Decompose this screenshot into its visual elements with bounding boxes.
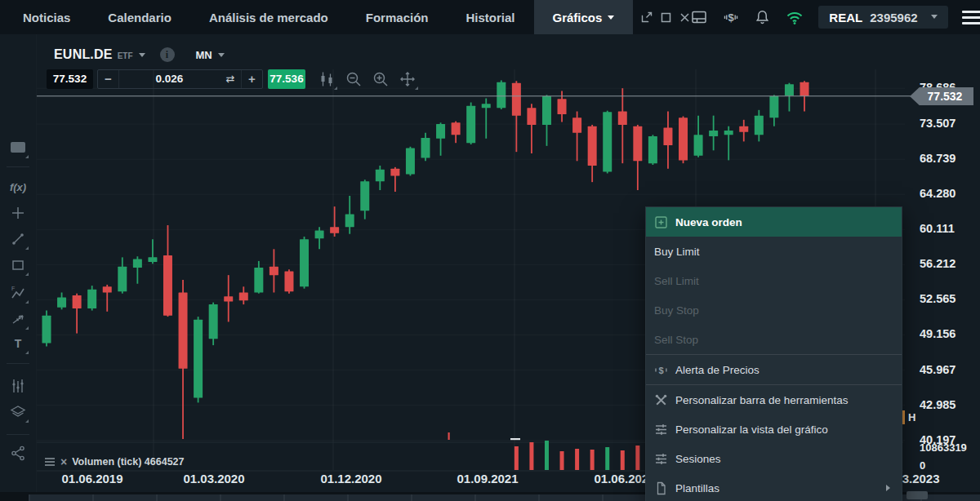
tab-gr-ficos[interactable]: Gráficos <box>534 0 634 34</box>
time-axis-label: 01.03.2020 <box>183 472 244 485</box>
price-axis-label: 68.739 <box>920 152 956 165</box>
popout-icon[interactable] <box>641 11 653 23</box>
drawing-toolbar: f(x) F T <box>0 34 37 501</box>
menu-item-label: Personalizar barra de herramientas <box>675 394 849 406</box>
trading-platform-window: NoticiasCalendarioAnálisis de mercadoFor… <box>0 0 980 501</box>
instrument-info-icon[interactable]: i <box>160 47 175 62</box>
current-price-tag: 77.532 <box>910 87 973 105</box>
connection-wifi-icon[interactable] <box>785 8 804 26</box>
file-icon <box>654 481 668 495</box>
instrument-type-label: ETF <box>118 51 133 60</box>
chart-context-menu: Nueva ordenBuy LimitSell LimitBuy StopSe… <box>645 206 902 501</box>
menu-item-alerta-de-precios[interactable]: $Alerta de Precios <box>646 355 902 384</box>
tab-formaci-n[interactable]: Formación <box>347 0 448 34</box>
shape-rectangle-tool-icon[interactable] <box>9 256 27 274</box>
menu-item-label: Alerta de Precios <box>675 364 760 376</box>
crosshair-add-icon[interactable] <box>9 204 27 222</box>
menu-item-plantillas[interactable]: Plantillas <box>646 473 902 501</box>
price-axis-label: 42.985 <box>920 398 956 411</box>
menu-item-sesiones[interactable]: Sesiones <box>646 444 902 473</box>
spread-plus-button[interactable]: + <box>241 70 262 88</box>
volume-bar <box>635 446 639 470</box>
fibonacci-zigzag-tool-icon[interactable]: F <box>9 284 27 302</box>
chevron-down-icon <box>931 15 938 22</box>
svg-text:$: $ <box>658 365 663 375</box>
menu-item-personalizar-barra-de-herramientas[interactable]: Personalizar barra de herramientas <box>646 385 902 415</box>
spread-minus-button[interactable]: − <box>98 70 119 88</box>
spread-control: − 0.026 ⇄ + <box>97 69 263 89</box>
refresh-icon[interactable]: ⇄ <box>220 73 241 85</box>
menu-item-personalizar-la-vista-del-gr-fico[interactable]: Personalizar la vista del gráfico <box>646 415 902 444</box>
candle-body <box>800 82 809 96</box>
volume-axis-zero: 0 <box>920 459 925 472</box>
volume-bar <box>545 441 549 470</box>
candle-body <box>785 84 794 95</box>
tab-an-lisis-de-mercado[interactable]: Análisis de mercado <box>190 0 347 34</box>
menu-item-label: Sell Stop <box>654 334 698 346</box>
tab-noticias[interactable]: Noticias <box>4 0 89 34</box>
volume-bar <box>514 446 519 470</box>
symbol-name: EUNL.DE <box>54 47 113 62</box>
volume-bar <box>575 449 579 470</box>
notifications-bell-icon[interactable] <box>754 9 771 26</box>
maximize-icon[interactable] <box>661 12 671 23</box>
time-axis-label: 01.09.2021 <box>457 472 518 485</box>
menu-item-sell-stop: Sell Stop <box>646 325 902 354</box>
price-axis-label: 56.212 <box>920 257 956 270</box>
pan-move-icon[interactable] <box>399 70 416 88</box>
volume-profile-tool-icon[interactable] <box>9 377 27 395</box>
menu-item-label: Nueva orden <box>675 216 742 228</box>
layers-tool-icon[interactable] <box>9 403 27 421</box>
menu-item-label: Buy Limit <box>654 246 700 258</box>
trendline-tool-icon[interactable] <box>9 230 27 248</box>
indicator-settings-icon[interactable] <box>44 457 56 467</box>
zoom-out-icon[interactable] <box>345 70 363 88</box>
bottom-right-button[interactable] <box>906 491 928 499</box>
sliders-icon <box>654 452 668 466</box>
price-axis-label: 60.111 <box>920 222 955 235</box>
timeframe-value[interactable]: MN <box>196 49 212 61</box>
close-icon[interactable] <box>679 12 690 23</box>
workspace-layout-icon[interactable] <box>690 8 708 26</box>
top-right-cluster: $ REAL 2395962 <box>690 0 980 34</box>
tab-historial[interactable]: Historial <box>447 0 533 34</box>
volume-bar <box>529 442 533 470</box>
top-bar: NoticiasCalendarioAnálisis de mercadoFor… <box>0 0 980 34</box>
symbol-chevron-down-icon[interactable] <box>139 53 145 60</box>
arrow-annotation-tool-icon[interactable] <box>9 310 27 328</box>
menu-item-buy-limit[interactable]: Buy Limit <box>646 237 902 266</box>
share-icon[interactable] <box>9 444 27 462</box>
account-selector[interactable]: REAL 2395962 <box>818 6 947 29</box>
main-menu-icon[interactable] <box>962 11 980 24</box>
menu-item-nueva-orden[interactable]: Nueva orden <box>646 207 902 237</box>
price-axis-label: 45.967 <box>920 363 956 376</box>
price-axis-label: 52.565 <box>920 292 956 305</box>
quotes-dollar-icon[interactable]: $ <box>722 8 740 26</box>
price-axis-label: 64.280 <box>920 187 956 200</box>
chart-type-candles-icon[interactable] <box>318 70 336 88</box>
tools-icon <box>654 393 668 407</box>
price-axis-label: 49.156 <box>920 327 956 340</box>
submenu-arrow-icon <box>886 485 893 491</box>
menu-item-buy-stop: Buy Stop <box>646 295 902 325</box>
zoom-in-icon[interactable] <box>372 70 390 88</box>
timeframe-chevron-down-icon[interactable] <box>218 53 225 60</box>
account-mode: REAL <box>829 11 862 24</box>
indicator-close-icon[interactable]: × <box>60 457 67 467</box>
volume-bar <box>621 450 625 470</box>
buy-price-button[interactable]: 77.536 <box>268 69 305 89</box>
chart-window-tool-icon[interactable] <box>9 139 27 157</box>
menu-item-label: Plantillas <box>675 482 719 494</box>
volume-indicator-label: Volumen (tick) 4664527 <box>72 456 184 468</box>
spread-value: 0.026 <box>119 73 220 85</box>
sliders-icon <box>654 423 668 437</box>
svg-text:F: F <box>11 286 15 291</box>
sell-price-button[interactable]: 77.532 <box>47 69 93 89</box>
menu-item-sell-limit: Sell Limit <box>646 266 902 295</box>
tab-calendario[interactable]: Calendario <box>89 0 190 34</box>
plus-square-icon <box>654 215 668 229</box>
text-tool-icon[interactable]: T <box>9 335 27 352</box>
indicators-fx-icon[interactable]: f(x) <box>9 178 27 196</box>
menu-item-label: Sell Limit <box>654 275 699 287</box>
volume-bar <box>560 451 564 470</box>
